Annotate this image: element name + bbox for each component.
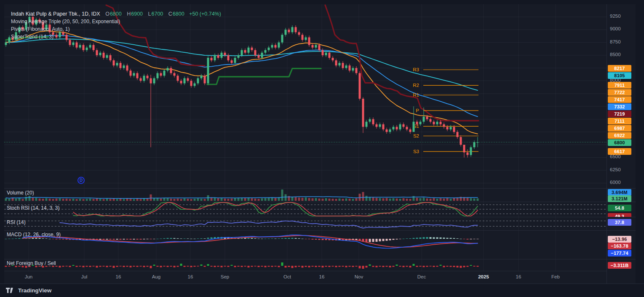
price-badge-supertrend: 7219 <box>608 111 631 117</box>
volume-canvas <box>4 188 607 202</box>
symbol-title: Indah Kiat Pulp & Paper Tbk., 1D, IDX <box>11 11 100 17</box>
indicator-supertrend[interactable]: SuperTrend (14, 3) <box>11 33 221 40</box>
value-badge-stoch-d-clipped: 49.3 <box>608 213 631 217</box>
time-tick-16: 16 <box>516 274 521 279</box>
time-tick-oct: Oct <box>283 274 291 279</box>
open-label: O <box>105 11 110 17</box>
indicator-moving-average[interactable]: Moving Average Triple (20, 50, 200, Expo… <box>11 18 221 25</box>
price-axis[interactable]: 9250900087508500800065006250600082178105… <box>607 4 636 284</box>
stoch-rsi-canvas <box>4 202 607 217</box>
high-value: 6900 <box>131 11 143 17</box>
rsi-pane[interactable]: RSI (14) <box>4 217 607 230</box>
net-foreign-label[interactable]: Net Foreign Buy / Sell <box>7 260 56 266</box>
value-badge-stoch-k: 54.8 <box>608 205 631 211</box>
stoch-rsi-pane[interactable]: Stoch RSI (14, 14, 3, 3) <box>4 202 607 217</box>
price-label-6000: 6000 <box>610 180 621 185</box>
price-pane[interactable]: R3R2R1PS1S2S3 Indah Kiat Pulp & Paper Tb… <box>4 4 607 188</box>
price-label-8750: 8750 <box>610 39 621 44</box>
value-badge-stoch-d: 49.3 <box>608 213 631 217</box>
chart-legend: Indah Kiat Pulp & Paper Tbk., 1D, IDX O6… <box>11 10 221 40</box>
symbol-row[interactable]: Indah Kiat Pulp & Paper Tbk., 1D, IDX O6… <box>11 10 221 18</box>
stoch-rsi-label[interactable]: Stoch RSI (14, 14, 3, 3) <box>7 205 59 211</box>
rsi-label[interactable]: RSI (14) <box>7 219 26 225</box>
net-foreign-pane[interactable]: Net Foreign Buy / Sell <box>4 259 607 271</box>
time-tick-jul: Jul <box>81 274 88 279</box>
value-badge-volume: 3.121M <box>608 195 631 202</box>
time-tick-2025: 2025 <box>478 274 489 279</box>
time-tick-dec: Dec <box>417 274 426 279</box>
tradingview-brand-text[interactable]: TradingView <box>18 287 51 294</box>
pivot-label-s2: S2 <box>413 133 419 138</box>
low-value: 6700 <box>152 11 163 17</box>
pivot-label-r3: R3 <box>413 67 419 72</box>
pane-divider[interactable] <box>4 230 636 231</box>
time-tick-jun: Jun <box>25 274 33 279</box>
value-badge-net-foreign: −3.311B <box>608 262 631 269</box>
price-badge-pivot-s2: 6922 <box>608 132 631 139</box>
price-label-6250: 6250 <box>610 167 621 172</box>
pane-divider[interactable] <box>4 217 636 217</box>
net-foreign-canvas <box>4 259 607 271</box>
tradingview-logo-icon[interactable] <box>6 287 15 294</box>
brand-bar: TradingView <box>0 284 644 297</box>
dividend-marker-label: D <box>80 178 83 183</box>
value-badge-macd: −177.74 <box>608 250 631 256</box>
time-tick-aug: Aug <box>152 274 160 279</box>
price-label-9000: 9000 <box>610 26 621 31</box>
price-badge-pivot-r1: 7722 <box>608 89 631 96</box>
price-badge-pivot-r2: 7911 <box>608 82 631 89</box>
volume-pane[interactable]: Volume (20) <box>4 188 607 202</box>
close-value: 6800 <box>173 11 184 17</box>
value-badge-rsi: 37.8 <box>608 219 631 226</box>
pivot-label-p: P <box>416 108 419 113</box>
volume-label[interactable]: Volume (20) <box>7 190 34 196</box>
price-label-6500: 6500 <box>610 154 621 159</box>
close-label: C <box>168 11 172 17</box>
macd-label[interactable]: MACD (12, 26, close, 9) <box>7 232 61 238</box>
change-value: +50 (+0.74%) <box>189 11 221 17</box>
low-label: L <box>148 11 151 17</box>
time-tick-sep: Sep <box>221 274 229 279</box>
time-tick-nov: Nov <box>355 274 363 279</box>
price-badge-ema-50: 7332 <box>608 103 631 110</box>
value-badge-macd-signal: −163.78 <box>608 243 631 249</box>
value-badge-macd-hist: −13.96 <box>608 236 631 243</box>
pane-divider[interactable] <box>4 188 636 189</box>
price-badge-pivot-s3: 6617 <box>608 148 631 155</box>
price-badge-ema-20: 6987 <box>608 125 631 132</box>
tradingview-chart-window: R3R2R1PS1S2S3 Indah Kiat Pulp & Paper Tb… <box>0 0 644 297</box>
value-badge-volume-ma: 3.694M <box>608 189 631 196</box>
rsi-canvas <box>4 217 607 230</box>
time-tick-16: 16 <box>116 274 121 279</box>
macd-canvas <box>4 230 607 259</box>
pivot-label-s3: S3 <box>413 149 419 154</box>
open-value: 6800 <box>110 11 122 17</box>
price-label-9250: 9250 <box>610 14 621 19</box>
macd-pane[interactable]: MACD (12, 26, close, 9) <box>4 230 607 259</box>
dividend-marker[interactable]: D <box>77 177 85 184</box>
time-axis[interactable]: JunJul16Aug16SepOct16NovDec202516Feb <box>4 271 607 284</box>
price-badge-pivot-s1: 7111 <box>608 118 631 124</box>
time-tick-16: 16 <box>319 274 325 279</box>
price-label-8500: 8500 <box>610 52 621 57</box>
pane-divider[interactable] <box>4 259 636 259</box>
indicator-pivots[interactable]: Pivots (Fibonacci, Auto, 1) <box>11 25 221 33</box>
price-badge-ema-200: 8105 <box>608 72 631 79</box>
price-badge-last-price: 6800 <box>608 139 631 146</box>
time-tick-feb: Feb <box>551 274 560 279</box>
time-tick-16: 16 <box>188 274 193 279</box>
pivot-label-r2: R2 <box>413 83 419 88</box>
pane-divider[interactable] <box>4 202 636 202</box>
high-label: H <box>127 11 131 17</box>
price-badge-pivot-r3: 8217 <box>608 65 631 72</box>
pivot-label-r1: R1 <box>413 92 419 97</box>
price-badge-pivot-p: 7417 <box>608 96 631 103</box>
